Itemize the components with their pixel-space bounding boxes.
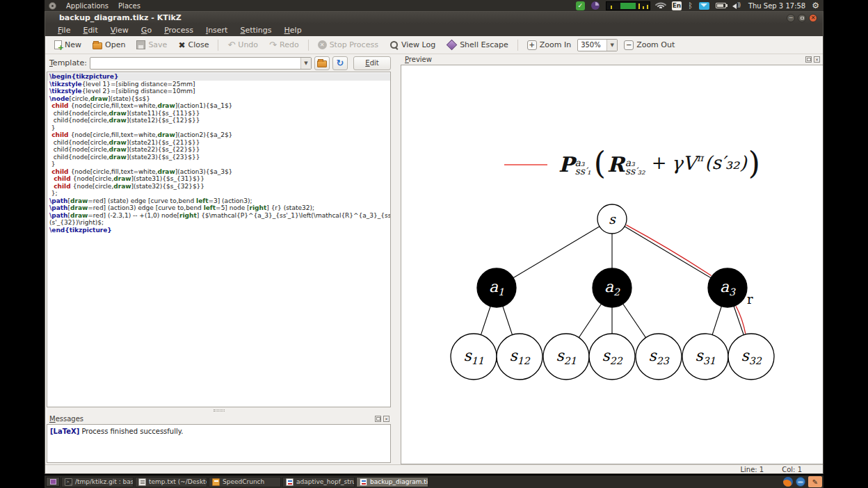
ktikz-window: backup_diagram.tikz - KTikZ − ✕ FileEdit… [45, 11, 823, 474]
taskbar-item[interactable]: backup_diagram.tikz ... [356, 477, 428, 487]
taskbar-item[interactable]: /tmp/ktikz.git : bash ... [61, 477, 134, 487]
panel-menu-applications[interactable]: Applications [66, 2, 108, 10]
clock[interactable]: Thu Sep 3 17:58 [748, 2, 805, 10]
backup-diagram: sa1a2a3s11s12s21s22s23s31s32r [401, 65, 823, 464]
vertical-splitter[interactable] [392, 54, 401, 464]
code-line[interactable]: \tikzstyle{level 1}=[sibling distance=25… [49, 81, 390, 88]
updates-icon[interactable]: ✓ [576, 1, 585, 10]
keyboard-layout-indicator[interactable]: En [672, 1, 682, 10]
code-line[interactable]: child{node[circle,draw](state11){$s_{11}… [49, 110, 390, 117]
float-dock-icon[interactable] [805, 56, 812, 63]
menu-help[interactable]: Help [279, 25, 307, 35]
code-line[interactable]: child {node[circle,draw](state31){$s_{31… [49, 175, 390, 183]
session-gear-icon[interactable]: ⚙ [812, 1, 819, 10]
panel-menu-places[interactable]: Places [118, 2, 140, 10]
show-desktop-button[interactable] [46, 477, 60, 487]
latex-message: Process finished successfully. [79, 428, 183, 435]
code-line[interactable]: } [49, 161, 390, 168]
code-line[interactable]: child {node[circle,fill,text=white,draw]… [49, 102, 390, 110]
code-line[interactable]: \path[draw=red] (-2.3,1) -- +(1,0) node[… [49, 212, 390, 220]
battery-icon[interactable] [716, 3, 726, 8]
folder-icon [317, 60, 327, 67]
new-button[interactable]: New [49, 39, 86, 51]
titlebar[interactable]: backup_diagram.tikz - KTikZ − ✕ [45, 12, 823, 24]
menu-file[interactable]: File [52, 25, 76, 35]
wifi-icon[interactable] [657, 2, 666, 9]
shell-icon [447, 40, 458, 51]
code-line[interactable]: child{node[circle,draw](state12){$s_{12}… [49, 117, 390, 124]
zoom-level-combobox[interactable]: 350%▼ [577, 39, 618, 51]
reward-label: r [747, 292, 753, 307]
volume-icon[interactable] [732, 2, 742, 10]
code-line[interactable]: child{node[circle,draw](state21){$s_{21}… [49, 139, 390, 147]
horizontal-splitter[interactable] [45, 407, 392, 414]
minimize-button[interactable]: − [787, 14, 795, 22]
preview-dock-header: Preview ✕ [401, 54, 823, 65]
system-monitor-applet[interactable] [606, 1, 650, 10]
template-row: Template: ▼ ↻ Edit [45, 54, 392, 72]
menu-edit[interactable]: Edit [77, 25, 103, 35]
shell-escape-button[interactable]: Shell Escape [442, 39, 513, 51]
mail-icon[interactable] [699, 2, 709, 10]
code-line[interactable]: child{node[circle,draw](state23){$s_{23}… [49, 154, 390, 161]
zoom-out-button[interactable]: −Zoom Out [619, 39, 680, 51]
float-dock-icon[interactable] [375, 416, 381, 422]
close-button[interactable]: ✖Close [173, 39, 214, 51]
toolbar-button-label: Stop Process [330, 40, 378, 49]
active-app-icon[interactable]: ✎ [808, 476, 822, 487]
menu-insert[interactable]: Insert [200, 25, 234, 35]
code-line[interactable]: \path[draw=red] (action3) edge [curve to… [49, 204, 390, 212]
chevron-down-icon[interactable]: ▼ [300, 58, 311, 69]
template-combobox[interactable]: ▼ [90, 57, 312, 70]
open-button[interactable]: Open [88, 39, 130, 51]
taskbar-item[interactable]: temp.txt (~/Desktop... [135, 477, 207, 487]
menu-view[interactable]: View [105, 25, 134, 35]
template-open-button[interactable] [314, 56, 330, 70]
toolbar-separator [218, 40, 218, 51]
undo-icon: ↶ [227, 40, 235, 50]
messages-output[interactable]: [LaTeX] Process finished successfully. [47, 424, 391, 463]
screen: ApplicationsPlaces ✓ En ᛒ Thu Sep 3 17:5… [0, 0, 868, 488]
time-tracker-icon[interactable] [591, 1, 600, 10]
menu-go[interactable]: Go [136, 25, 157, 35]
zoomout-icon: − [624, 40, 634, 50]
code-line[interactable]: (s'_{32})\right)$; [49, 219, 390, 227]
code-line[interactable]: }; [49, 190, 390, 197]
bluetooth-icon[interactable]: ᛒ [688, 1, 693, 10]
template-reload-button[interactable]: ↻ [332, 56, 348, 70]
code-line[interactable]: } [49, 124, 390, 132]
maximize-button[interactable] [798, 14, 806, 22]
zoom-in-button[interactable]: +Zoom In [522, 39, 576, 51]
close-dock-icon[interactable]: ✕ [814, 56, 820, 63]
zoomin-icon: + [527, 40, 537, 50]
menu-settings[interactable]: Settings [234, 25, 277, 35]
template-label: Template: [49, 58, 87, 67]
template-edit-button[interactable]: Edit [353, 56, 391, 70]
code-line[interactable]: child {node[circle,fill,text=white,draw]… [49, 131, 390, 139]
taskbar-item-label: SpeedCrunch [223, 478, 264, 485]
taskbar-item[interactable]: adaptive_hopf_struc... [282, 477, 355, 487]
firefox-icon[interactable] [783, 477, 793, 487]
view-log-button[interactable]: View Log [385, 39, 440, 51]
close-button[interactable]: ✕ [809, 14, 817, 22]
code-line[interactable]: child {node[circle,fill,text=white,draw]… [49, 168, 390, 176]
editor-column: Template: ▼ ↻ Edit \begin{tikzpicture}\t… [45, 54, 392, 464]
code-line[interactable]: \node[circle,draw](state){$s$} [49, 95, 390, 103]
window-list-taskbar: /tmp/ktikz.git : bash ...temp.txt (~/Des… [45, 475, 823, 488]
code-line[interactable]: \tikzstyle{level 2}=[sibling distance=10… [49, 88, 390, 95]
distro-icon[interactable] [49, 2, 56, 10]
browser-icon[interactable] [796, 477, 805, 487]
preview-canvas[interactable]: P a₃ss′₁ ( R a₃ss′₃₂ + γV π (s′₃₂) ) sa1… [401, 65, 823, 464]
code-line[interactable]: \path[draw=red] (state) edge [curve to,b… [49, 197, 390, 205]
taskbar-item[interactable]: SpeedCrunch [209, 477, 281, 487]
code-line[interactable]: \begin{tikzpicture} [47, 73, 390, 81]
taskbar-item-label: temp.txt (~/Desktop... [149, 478, 207, 485]
code-line[interactable]: child {node[circle,draw](state32){$s_{32… [49, 183, 390, 190]
code-line[interactable]: child{node[circle,draw](state22){$s_{22}… [49, 146, 390, 154]
menu-process[interactable]: Process [159, 25, 199, 35]
close-dock-icon[interactable]: ✕ [383, 416, 389, 422]
chevron-down-icon[interactable]: ▼ [606, 40, 617, 51]
code-editor[interactable]: \begin{tikzpicture}\tikzstyle{level 1}=[… [47, 72, 391, 407]
code-line[interactable]: \end{tikzpicture} [49, 227, 390, 234]
status-line: Line: 1 [740, 466, 764, 473]
